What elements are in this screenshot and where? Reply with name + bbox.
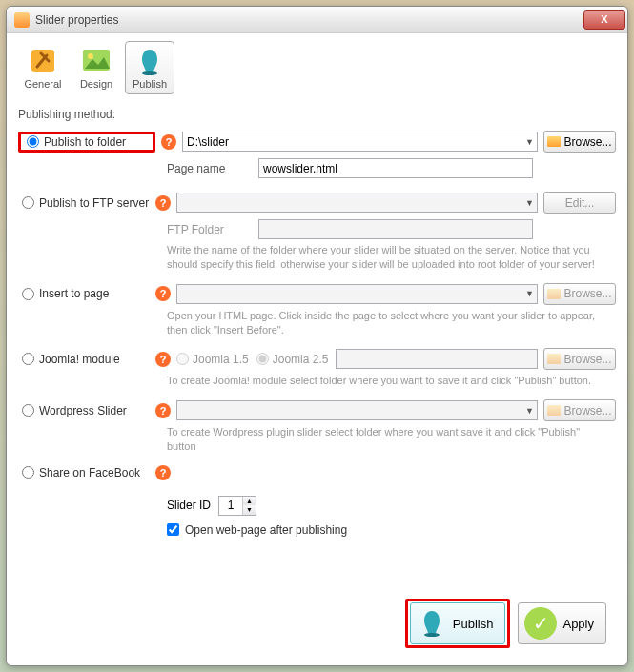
svg-point-3 <box>142 71 157 75</box>
folder-icon <box>547 289 561 299</box>
joomla-helper: To create Joomla! module select folder w… <box>167 374 616 388</box>
ftp-edit-button[interactable]: Edit... <box>543 192 616 214</box>
browse-folder-button[interactable]: Browse... <box>543 131 616 153</box>
folder-icon <box>547 405 561 416</box>
highlight-publish-folder: Publish to folder <box>18 132 155 153</box>
wordpress-helper: To create Wordpress plugin slider select… <box>167 425 616 454</box>
ftp-dropdown[interactable]: ▼ <box>176 193 538 213</box>
folder-path-dropdown[interactable]: D:\slider ▼ <box>182 132 538 152</box>
titlebar: Slider properties X <box>7 7 627 33</box>
radio-publish-folder[interactable] <box>27 135 39 148</box>
joomla15-option[interactable]: Joomla 1.5 <box>176 353 249 366</box>
folder-icon <box>547 136 561 147</box>
row-open-after: Open web-page after publishing <box>167 523 616 537</box>
page-name-input[interactable] <box>258 158 533 178</box>
browse-label: Browse... <box>563 404 611 417</box>
row-publish-folder: Publish to folder ? D:\slider ▼ Browse..… <box>18 131 616 153</box>
label-facebook: Share on FaceBook <box>39 466 140 479</box>
browse-label: Browse... <box>563 135 611 149</box>
label-wordpress: Wordpress Slider <box>39 404 127 417</box>
radio-joomla15 <box>176 353 189 365</box>
radio-facebook[interactable] <box>22 466 34 479</box>
browse-label: Browse... <box>563 353 611 366</box>
row-joomla: Joomla! module ? Joomla 1.5 Joomla 2.5 B… <box>18 348 616 370</box>
row-insert: Insert to page ? ▼ Browse... <box>18 283 616 305</box>
dialog-footer: Publish ✓ Apply <box>405 599 606 648</box>
tab-bar: General Design Publish <box>18 41 616 94</box>
svg-point-4 <box>424 633 440 637</box>
row-wordpress: Wordpress Slider ? ▼ Browse... <box>18 399 616 421</box>
slider-id-spinner[interactable]: ▲ ▼ <box>218 496 256 516</box>
joomla25-option[interactable]: Joomla 2.5 <box>256 353 329 366</box>
wordpress-browse-button[interactable]: Browse... <box>543 399 616 421</box>
row-slider-id: Slider ID ▲ ▼ <box>167 496 616 516</box>
label-ftp: Publish to FTP server <box>39 196 149 210</box>
help-icon[interactable]: ? <box>155 195 171 211</box>
radio-wordpress[interactable] <box>22 404 34 417</box>
joomla-browse-button[interactable]: Browse... <box>543 348 616 370</box>
open-after-label: Open web-page after publishing <box>185 523 347 537</box>
page-name-label: Page name <box>167 162 253 175</box>
tab-general-label: General <box>24 78 61 90</box>
radio-ftp[interactable] <box>22 196 34 209</box>
folder-path-value: D:\slider <box>187 135 229 149</box>
publishing-method-label: Publishing method: <box>18 108 616 121</box>
app-icon <box>14 12 30 28</box>
tab-publish-label: Publish <box>133 78 167 90</box>
tab-design-label: Design <box>80 78 112 90</box>
chevron-down-icon: ▼ <box>525 406 533 416</box>
tab-publish[interactable]: Publish <box>125 41 174 94</box>
dialog-window: Slider properties X General Design Pub <box>6 6 628 666</box>
apply-button[interactable]: ✓ Apply <box>518 602 606 644</box>
label-publish-folder: Publish to folder <box>44 135 126 149</box>
row-ftp-folder: FTP Folder <box>167 219 616 239</box>
insert-helper: Open your HTML page. Click inside the pa… <box>167 309 616 337</box>
svg-point-2 <box>88 53 93 59</box>
image-icon <box>81 46 112 76</box>
spinner-down[interactable]: ▼ <box>243 505 256 515</box>
chevron-down-icon: ▼ <box>525 198 533 208</box>
label-insert: Insert to page <box>39 287 109 300</box>
window-title: Slider properties <box>35 13 583 27</box>
insert-browse-button[interactable]: Browse... <box>543 283 616 305</box>
publish-icon <box>134 46 165 76</box>
radio-joomla[interactable] <box>22 353 34 365</box>
help-icon[interactable]: ? <box>155 286 171 301</box>
chevron-down-icon: ▼ <box>525 289 533 298</box>
apply-label: Apply <box>562 617 594 631</box>
label-joomla: Joomla! module <box>39 353 120 366</box>
help-icon[interactable]: ? <box>155 403 171 418</box>
ftp-helper: Write the name of the folder where your … <box>167 243 616 272</box>
checkbox-open-after[interactable] <box>167 523 179 536</box>
radio-insert[interactable] <box>22 288 34 300</box>
highlight-publish-button: Publish <box>405 599 511 648</box>
browse-label: Browse... <box>563 287 611 300</box>
spinner-up[interactable]: ▲ <box>243 497 256 506</box>
help-icon[interactable]: ? <box>161 134 176 150</box>
joomla-path-input <box>336 349 538 369</box>
close-button[interactable]: X <box>583 10 625 30</box>
help-icon[interactable]: ? <box>155 465 171 480</box>
ftp-folder-input <box>258 219 533 239</box>
content-area: General Design Publish Publishing method… <box>7 33 627 544</box>
publish-icon <box>417 607 447 641</box>
check-icon: ✓ <box>524 607 557 640</box>
tab-design[interactable]: Design <box>72 41 121 94</box>
ftp-folder-label: FTP Folder <box>167 223 253 236</box>
row-facebook: Share on FaceBook ? <box>18 465 616 480</box>
insert-dropdown[interactable]: ▼ <box>176 284 538 304</box>
wordpress-dropdown[interactable]: ▼ <box>176 400 538 420</box>
slider-id-input[interactable] <box>219 497 242 515</box>
folder-icon <box>547 354 561 364</box>
radio-joomla25 <box>256 353 269 365</box>
chevron-down-icon: ▼ <box>525 137 533 147</box>
help-icon[interactable]: ? <box>155 352 171 367</box>
tab-general[interactable]: General <box>18 41 68 94</box>
row-ftp: Publish to FTP server ? ▼ Edit... <box>18 192 616 214</box>
publish-button[interactable]: Publish <box>410 602 506 644</box>
edit-label: Edit... <box>565 196 595 210</box>
slider-id-label: Slider ID <box>167 499 211 512</box>
tools-icon <box>28 46 58 76</box>
row-page-name: Page name <box>167 158 616 178</box>
publish-label: Publish <box>453 617 494 631</box>
